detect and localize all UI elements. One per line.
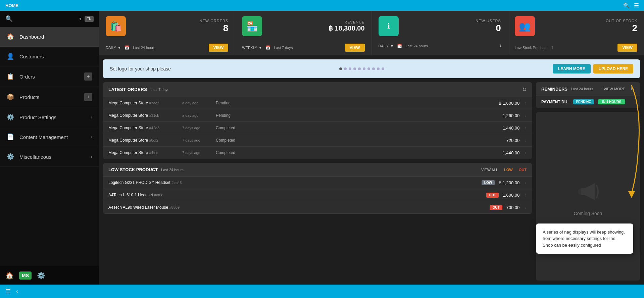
stock-badge-out: OUT: [490, 205, 502, 210]
table-row[interactable]: Mega Computer Store #8df2 7 days ago Com…: [103, 134, 532, 147]
view-button[interactable]: VIEW: [617, 44, 637, 52]
refresh-icon[interactable]: ↻: [631, 86, 635, 92]
store-name: Mega Computer Store: [108, 138, 148, 143]
period-select[interactable]: DAILY ▼: [379, 44, 394, 48]
stat-value: ฿ 18,300.00: [329, 24, 365, 32]
table-row[interactable]: Mega Computer Store #7ac2 a day ago Pend…: [103, 97, 532, 109]
row-arrow-icon: ›: [525, 180, 527, 185]
sidebar-item-label: Content Management: [19, 134, 68, 140]
stock-product: Logitech G231 PRODIGY Headset #ea43: [108, 180, 482, 185]
hamburger-icon[interactable]: ☰: [5, 288, 11, 295]
view-button[interactable]: VIEW: [345, 44, 365, 52]
calendar-icon: 📅: [265, 45, 270, 50]
upload-here-button[interactable]: UPLOAD HERE: [593, 64, 633, 73]
sidebar-item-miscellaneous[interactable]: ⚙️ Miscellaneous ›: [0, 147, 99, 167]
period-label: DAILY: [106, 46, 116, 50]
stat-revenue: 🏪 REVENUE ฿ 18,300.00 WEEKLY ▼ 📅 Last 7 …: [235, 11, 371, 55]
period-select[interactable]: WEEKLY ▼: [242, 46, 262, 50]
banner-dot: [372, 67, 375, 70]
sidebar-item-orders[interactable]: 📋 Orders +: [0, 66, 99, 87]
info-icon: ℹ: [500, 44, 501, 48]
table-row[interactable]: Mega Computer Store #31cb a day ago Pend…: [103, 109, 532, 122]
stock-row[interactable]: Logitech G231 PRODIGY Headset #ea43 LOW …: [103, 177, 532, 189]
view-button[interactable]: VIEW: [209, 44, 229, 52]
order-amount: 1,440.00: [503, 126, 520, 131]
sidebar-search-icon[interactable]: 🔍: [5, 15, 13, 22]
sidebar-item-content-management[interactable]: 📄 Content Management ›: [0, 127, 99, 147]
period-select[interactable]: DAILY ▼: [106, 46, 121, 50]
order-store: Mega Computer Store #8df2: [108, 138, 182, 143]
store-name: Mega Computer Store: [108, 150, 148, 155]
out-col-label: OUT: [519, 168, 527, 172]
reminders-time: Last 24 hours: [571, 87, 593, 91]
banner-text: Set logo for your shop please: [110, 66, 171, 71]
table-row[interactable]: Mega Computer Store #42d3 7 days ago Com…: [103, 122, 532, 134]
order-time: 7 days ago: [182, 138, 216, 142]
order-time: 7 days ago: [182, 126, 216, 130]
order-status: Completed: [216, 138, 249, 143]
coming-soon-box: Coming Soon: [536, 112, 640, 281]
sidebar-item-customers[interactable]: 👤 Customers: [0, 47, 99, 66]
sidebar-item-label: Miscellaneous: [19, 154, 51, 160]
products-add-button[interactable]: +: [84, 93, 92, 101]
search-icon[interactable]: 🔍: [623, 2, 630, 9]
reminder-item: PAYMENT DU... PENDING IN 4 HOURS: [536, 96, 640, 108]
banner-dot: [382, 67, 384, 70]
stat-info: NEW ORDERS 8: [131, 19, 228, 34]
home-bottom-icon[interactable]: 🏠: [5, 271, 14, 280]
order-amount: ฿ 1,600.00: [499, 101, 519, 106]
lang-en[interactable]: EN: [85, 16, 94, 22]
banner: Set logo for your shop please LEARN MORE…: [103, 59, 640, 78]
ms-logo[interactable]: MS: [19, 271, 32, 280]
row-arrow-icon: ›: [525, 192, 527, 198]
stat-bottom: DAILY ▼ 📅 Last 24 hours ℹ: [372, 42, 508, 52]
stat-bottom: Low Stock Product — 1 VIEW: [508, 42, 644, 55]
order-id: #42d3: [149, 126, 159, 130]
stock-price: ฿ 1,200.00: [499, 180, 519, 185]
stock-row[interactable]: A4Tech AL90 Wired Laser Mouse #8809 OUT …: [103, 201, 532, 214]
stock-title: LOW STOCK PRODUCT: [108, 167, 158, 172]
sidebar-item-product-settings[interactable]: ⚙️ Product Settings ›: [0, 107, 99, 127]
stock-row[interactable]: A4Tech L-610-1 Headset #df68 OUT 1,600.0…: [103, 189, 532, 201]
product-id: #df68: [154, 193, 163, 197]
orders-title: LATEST ORDERS: [108, 87, 147, 92]
banner-dot: [358, 67, 361, 70]
settings-bottom-icon[interactable]: ⚙️: [37, 271, 45, 280]
stat-value: 8: [223, 23, 229, 34]
store-name: Mega Computer Store: [108, 126, 148, 130]
stat-label: NEW ORDERS: [199, 19, 228, 23]
stat-top: 🏪 REVENUE ฿ 18,300.00: [235, 11, 371, 42]
row-arrow-icon: ›: [525, 205, 527, 210]
refresh-icon[interactable]: ↻: [522, 86, 527, 93]
learn-more-button[interactable]: LEARN MORE: [553, 64, 591, 73]
stock-badge-low: LOW: [482, 180, 495, 185]
table-row[interactable]: Mega Computer Store #4fed 7 days ago Com…: [103, 147, 532, 159]
order-amount: 720.00: [506, 138, 520, 143]
stock-subtitle: Last 24 hours: [161, 168, 184, 172]
banner-dot: [339, 67, 342, 70]
order-id: #4fed: [149, 151, 158, 155]
banner-dot: [363, 67, 365, 70]
time-label: Last 24 hours: [405, 44, 428, 48]
stat-info: REVENUE ฿ 18,300.00: [267, 20, 364, 32]
stock-price: 1,600.00: [503, 193, 520, 198]
sidebar-item-dashboard[interactable]: 🏠 Dashboard: [0, 27, 99, 47]
stock-price: 700.00: [506, 205, 520, 210]
sidebar-item-products[interactable]: 📦 Products +: [0, 87, 99, 107]
stat-label: NEW USERS: [476, 19, 501, 23]
menu-lines-icon[interactable]: ☰: [634, 2, 639, 9]
view-all-button[interactable]: VIEW ALL: [481, 168, 498, 172]
low-col-label: LOW: [504, 168, 513, 172]
view-more-button[interactable]: VIEW MORE: [604, 87, 625, 91]
sidebar-item-label: Customers: [19, 54, 44, 59]
bottom-bar: ☰ ‹: [0, 285, 644, 298]
coming-soon-label: Coming Soon: [574, 211, 602, 216]
lang-bn[interactable]: বা: [77, 16, 83, 22]
stat-new-users: ℹ NEW USERS 0 DAILY ▼ 📅 Last 24 hours ℹ: [372, 11, 508, 55]
back-icon[interactable]: ‹: [16, 288, 18, 295]
stat-top: 👥 OUT OF STOCK 2: [508, 11, 644, 42]
order-store: Mega Computer Store #31cb: [108, 113, 182, 118]
orders-add-button[interactable]: +: [84, 72, 92, 81]
two-column-section: LATEST ORDERS Last 7 days ↻ Mega Compute…: [99, 82, 644, 285]
stat-info: OUT OF STOCK 2: [540, 19, 637, 34]
